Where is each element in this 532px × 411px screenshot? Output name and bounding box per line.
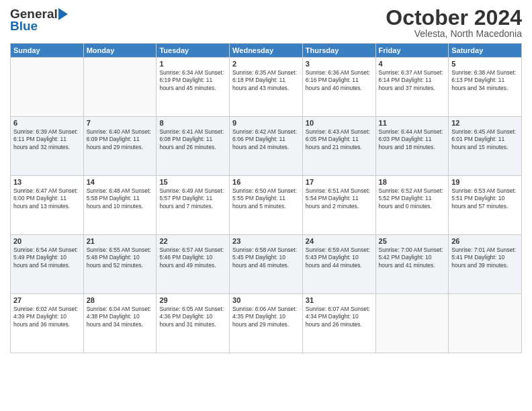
calendar-cell: 21Sunrise: 6:55 AM Sunset: 5:48 PM Dayli… [83,235,157,294]
calendar-cell [83,58,157,117]
day-number: 28 [87,296,154,304]
calendar-cell [375,294,449,353]
day-number: 10 [306,119,373,127]
day-detail: Sunrise: 6:07 AM Sunset: 4:34 PM Dayligh… [306,306,373,328]
day-detail: Sunrise: 6:05 AM Sunset: 4:36 PM Dayligh… [159,306,226,328]
calendar-cell: 25Sunrise: 7:00 AM Sunset: 5:42 PM Dayli… [375,235,449,294]
logo-blue: Blue [10,19,38,34]
day-detail: Sunrise: 6:44 AM Sunset: 6:03 PM Dayligh… [379,128,446,151]
weekday-header-sunday: Sunday [11,44,84,58]
day-detail: Sunrise: 6:57 AM Sunset: 5:46 PM Dayligh… [159,246,226,269]
day-number: 9 [232,119,300,127]
day-detail: Sunrise: 6:02 AM Sunset: 4:39 PM Dayligh… [13,306,81,328]
day-detail: Sunrise: 6:34 AM Sunset: 6:19 PM Dayligh… [159,69,226,92]
day-detail: Sunrise: 6:37 AM Sunset: 6:14 PM Dayligh… [379,69,446,92]
calendar-cell: 28Sunrise: 6:04 AM Sunset: 4:38 PM Dayli… [83,294,157,353]
day-detail: Sunrise: 6:40 AM Sunset: 6:09 PM Dayligh… [87,128,154,151]
day-detail: Sunrise: 6:50 AM Sunset: 5:55 PM Dayligh… [232,187,300,210]
day-detail: Sunrise: 6:58 AM Sunset: 5:45 PM Dayligh… [232,246,300,269]
day-detail: Sunrise: 6:42 AM Sunset: 6:06 PM Dayligh… [232,128,300,151]
calendar-cell: 22Sunrise: 6:57 AM Sunset: 5:46 PM Dayli… [157,235,230,294]
day-number: 16 [232,178,300,186]
calendar-cell: 5Sunrise: 6:38 AM Sunset: 6:13 PM Daylig… [449,58,522,117]
weekday-header-tuesday: Tuesday [157,44,230,58]
calendar-table: SundayMondayTuesdayWednesdayThursdayFrid… [10,43,522,353]
calendar-cell: 3Sunrise: 6:36 AM Sunset: 6:16 PM Daylig… [302,58,375,117]
day-number: 1 [159,60,226,68]
day-number: 13 [13,178,81,186]
day-number: 21 [87,237,154,245]
calendar-cell: 11Sunrise: 6:44 AM Sunset: 6:03 PM Dayli… [375,117,449,176]
calendar-cell: 23Sunrise: 6:58 AM Sunset: 5:45 PM Dayli… [230,235,303,294]
calendar-cell [449,294,522,353]
svg-marker-0 [58,8,68,20]
day-number: 20 [13,237,81,245]
calendar-cell: 15Sunrise: 6:49 AM Sunset: 5:57 PM Dayli… [157,176,230,235]
calendar-cell: 30Sunrise: 6:06 AM Sunset: 4:35 PM Dayli… [230,294,303,353]
weekday-header-thursday: Thursday [302,44,375,58]
calendar-cell: 9Sunrise: 6:42 AM Sunset: 6:06 PM Daylig… [230,117,303,176]
calendar-cell: 16Sunrise: 6:50 AM Sunset: 5:55 PM Dayli… [230,176,303,235]
day-number: 23 [232,237,300,245]
calendar-cell: 8Sunrise: 6:41 AM Sunset: 6:08 PM Daylig… [157,117,230,176]
calendar-cell: 12Sunrise: 6:45 AM Sunset: 6:01 PM Dayli… [449,117,522,176]
day-number: 29 [159,296,226,304]
day-detail: Sunrise: 6:52 AM Sunset: 5:52 PM Dayligh… [379,187,446,210]
calendar-cell: 29Sunrise: 6:05 AM Sunset: 4:36 PM Dayli… [157,294,230,353]
weekday-header-wednesday: Wednesday [230,44,303,58]
day-detail: Sunrise: 6:55 AM Sunset: 5:48 PM Dayligh… [87,246,154,269]
day-number: 19 [451,178,519,186]
day-number: 12 [451,119,519,127]
day-number: 11 [379,119,446,127]
day-number: 4 [379,60,446,68]
calendar-cell: 2Sunrise: 6:35 AM Sunset: 6:18 PM Daylig… [230,58,303,117]
day-detail: Sunrise: 6:04 AM Sunset: 4:38 PM Dayligh… [87,306,154,328]
day-detail: Sunrise: 6:43 AM Sunset: 6:05 PM Dayligh… [306,128,373,151]
day-number: 18 [379,178,446,186]
day-number: 15 [159,178,226,186]
day-detail: Sunrise: 7:00 AM Sunset: 5:42 PM Dayligh… [379,246,446,269]
day-detail: Sunrise: 6:35 AM Sunset: 6:18 PM Dayligh… [232,69,300,92]
day-number: 24 [306,237,373,245]
calendar-cell: 18Sunrise: 6:52 AM Sunset: 5:52 PM Dayli… [375,176,449,235]
day-number: 8 [159,119,226,127]
day-detail: Sunrise: 6:48 AM Sunset: 5:58 PM Dayligh… [87,187,154,210]
day-number: 3 [306,60,373,68]
day-number: 6 [13,119,81,127]
day-detail: Sunrise: 6:39 AM Sunset: 6:11 PM Dayligh… [13,128,81,151]
day-detail: Sunrise: 6:36 AM Sunset: 6:16 PM Dayligh… [306,69,373,92]
calendar-cell: 10Sunrise: 6:43 AM Sunset: 6:05 PM Dayli… [302,117,375,176]
calendar-cell: 20Sunrise: 6:54 AM Sunset: 5:49 PM Dayli… [11,235,84,294]
day-detail: Sunrise: 6:54 AM Sunset: 5:49 PM Dayligh… [13,246,81,269]
day-detail: Sunrise: 7:01 AM Sunset: 5:41 PM Dayligh… [451,246,519,269]
day-detail: Sunrise: 6:49 AM Sunset: 5:57 PM Dayligh… [159,187,226,210]
calendar-cell: 6Sunrise: 6:39 AM Sunset: 6:11 PM Daylig… [11,117,84,176]
weekday-header-friday: Friday [375,44,449,58]
logo: General Blue [10,7,73,34]
calendar-cell: 24Sunrise: 6:59 AM Sunset: 5:43 PM Dayli… [302,235,375,294]
day-detail: Sunrise: 6:41 AM Sunset: 6:08 PM Dayligh… [159,128,226,151]
day-number: 30 [232,296,300,304]
day-number: 7 [87,119,154,127]
day-detail: Sunrise: 6:51 AM Sunset: 5:54 PM Dayligh… [306,187,373,210]
weekday-header-monday: Monday [83,44,157,58]
day-detail: Sunrise: 6:38 AM Sunset: 6:13 PM Dayligh… [451,69,519,92]
calendar-cell: 31Sunrise: 6:07 AM Sunset: 4:34 PM Dayli… [302,294,375,353]
day-number: 22 [159,237,226,245]
title-area: October 2024 Velesta, North Macedonia [386,7,522,39]
calendar-cell: 27Sunrise: 6:02 AM Sunset: 4:39 PM Dayli… [11,294,84,353]
calendar-cell: 26Sunrise: 7:01 AM Sunset: 5:41 PM Dayli… [449,235,522,294]
day-number: 5 [451,60,519,68]
location-subtitle: Velesta, North Macedonia [386,28,522,39]
calendar-cell [11,58,84,117]
calendar-cell: 17Sunrise: 6:51 AM Sunset: 5:54 PM Dayli… [302,176,375,235]
logo-arrow-icon [58,8,73,20]
day-detail: Sunrise: 6:47 AM Sunset: 6:00 PM Dayligh… [13,187,81,210]
day-number: 26 [451,237,519,245]
day-number: 27 [13,296,81,304]
day-number: 2 [232,60,300,68]
day-detail: Sunrise: 6:53 AM Sunset: 5:51 PM Dayligh… [451,187,519,210]
month-title: October 2024 [386,7,522,28]
calendar-cell: 1Sunrise: 6:34 AM Sunset: 6:19 PM Daylig… [157,58,230,117]
calendar-cell: 13Sunrise: 6:47 AM Sunset: 6:00 PM Dayli… [11,176,84,235]
